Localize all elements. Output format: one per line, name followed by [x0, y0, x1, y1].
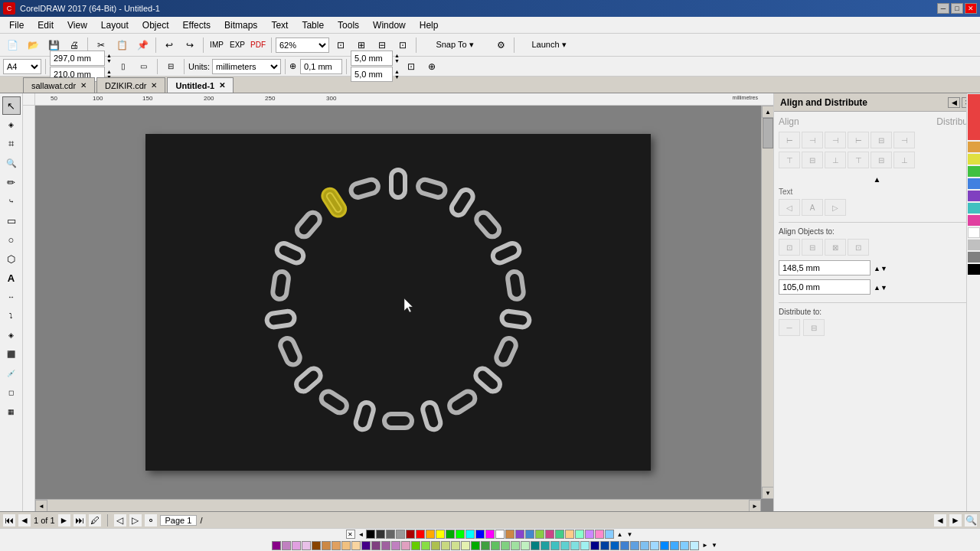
- panel-pin-button[interactable]: ◀: [948, 97, 960, 108]
- palette-scroll-right[interactable]: ►: [701, 541, 710, 550]
- swatch2-8[interactable]: [341, 541, 351, 550]
- connector-tool[interactable]: ⤵: [2, 307, 21, 325]
- width-input[interactable]: 297,0 mm: [50, 51, 105, 66]
- dimension-tool[interactable]: ↔: [2, 288, 21, 306]
- copy-button[interactable]: 📋: [113, 37, 131, 54]
- swatch2-33[interactable]: [590, 541, 599, 550]
- hint-pink[interactable]: [968, 215, 980, 226]
- nudge-input[interactable]: [300, 59, 342, 74]
- nav-btn3[interactable]: ⚬: [145, 514, 157, 527]
- swatch-lime[interactable]: [535, 530, 544, 539]
- swatch-darkred[interactable]: [406, 530, 415, 539]
- swatch2-12[interactable]: [381, 541, 390, 550]
- tab-untitled[interactable]: Untitled-1 ✕: [167, 77, 234, 93]
- tab-dzikir[interactable]: DZIKIR.cdr ✕: [96, 77, 165, 93]
- text-center-btn[interactable]: A: [802, 199, 823, 216]
- section-collapse-icon[interactable]: ▲: [874, 175, 881, 184]
- swatch-darkgray[interactable]: [376, 530, 385, 539]
- swatch-darkgreen[interactable]: [446, 530, 455, 539]
- swatch2-2[interactable]: [282, 541, 291, 550]
- scroll-left-button[interactable]: ◄: [35, 500, 47, 511]
- swatch-cyan[interactable]: [466, 530, 475, 539]
- swatch2-16[interactable]: [421, 541, 430, 550]
- distribute-left-btn[interactable]: ⊢: [848, 132, 869, 148]
- swatch2-6[interactable]: [322, 541, 331, 550]
- align-right-btn[interactable]: ⊣: [825, 132, 846, 148]
- pos-y-input[interactable]: [779, 279, 871, 295]
- nav-right-2[interactable]: ►: [949, 514, 962, 527]
- swatch2-39[interactable]: [650, 541, 659, 550]
- text-right-btn[interactable]: ▷: [825, 199, 846, 216]
- swatch-magenta[interactable]: [485, 530, 495, 539]
- swatch2-11[interactable]: [371, 541, 381, 550]
- bleed-settings[interactable]: ⊟: [162, 58, 180, 75]
- align-center-h-btn[interactable]: ⊣: [802, 132, 823, 148]
- canvas-area[interactable]: 50 100 150 200 250 300 millimetres: [23, 93, 773, 511]
- swatch-yellow[interactable]: [436, 530, 445, 539]
- paper-size-dropdown[interactable]: A4: [3, 59, 41, 74]
- swatch-medgray[interactable]: [396, 530, 405, 539]
- swatch2-9[interactable]: [351, 541, 361, 550]
- swatch2-1[interactable]: [272, 541, 281, 550]
- ao-btn3[interactable]: ⊠: [825, 239, 846, 256]
- tab-sallawat[interactable]: sallawat.cdr ✕: [23, 77, 95, 93]
- no-color-swatch[interactable]: ✕: [346, 530, 355, 539]
- swatch2-3[interactable]: [292, 541, 301, 550]
- close-tab-sallawat[interactable]: ✕: [80, 81, 87, 90]
- menu-text[interactable]: Text: [265, 18, 294, 32]
- swatch-steelblue[interactable]: [525, 530, 534, 539]
- redo-button[interactable]: ↪: [181, 37, 199, 54]
- smart-fill-tool[interactable]: ⬛: [2, 345, 21, 364]
- import-button[interactable]: IMP: [207, 37, 226, 54]
- polygon-tool[interactable]: ⬡: [2, 249, 21, 268]
- zoom-dropdown[interactable]: 62% 100% 50% 75%: [276, 37, 329, 53]
- swatch-skyblue[interactable]: [605, 530, 614, 539]
- swatch2-28[interactable]: [541, 541, 550, 550]
- distribute-center-v-btn[interactable]: ⊟: [871, 152, 892, 168]
- prev-page-btn[interactable]: ◄: [18, 514, 31, 527]
- pdf-button[interactable]: PDF: [249, 37, 267, 54]
- hint-darkgray[interactable]: [968, 252, 980, 262]
- launch-btn[interactable]: Launch ▾: [518, 37, 580, 54]
- grid-y-input[interactable]: [351, 67, 393, 82]
- node-edit-tool[interactable]: ◈: [2, 116, 21, 134]
- swatch2-29[interactable]: [550, 541, 560, 550]
- hint-black[interactable]: [968, 264, 980, 275]
- menu-window[interactable]: Window: [367, 18, 412, 32]
- hint-white[interactable]: [968, 227, 980, 238]
- hint-red[interactable]: [968, 94, 980, 140]
- swatch-green[interactable]: [456, 530, 465, 539]
- drawing-canvas[interactable]: [35, 106, 761, 499]
- ellipse-tool[interactable]: ○: [2, 230, 21, 249]
- hint-gray[interactable]: [968, 240, 980, 250]
- align-center-v-btn[interactable]: ⊟: [802, 152, 823, 168]
- swatch-purple[interactable]: [515, 530, 524, 539]
- nav-btn1[interactable]: ◁: [114, 514, 126, 527]
- portrait-btn[interactable]: ▯: [114, 58, 132, 75]
- swatch2-38[interactable]: [640, 541, 649, 550]
- eraser-tool[interactable]: ◻: [2, 383, 21, 402]
- swatch2-18[interactable]: [441, 541, 450, 550]
- menu-file[interactable]: File: [3, 18, 30, 32]
- swatch2-42[interactable]: [680, 541, 689, 550]
- maximize-button[interactable]: □: [951, 3, 963, 14]
- swatch2-31[interactable]: [570, 541, 580, 550]
- hint-blue[interactable]: [968, 178, 980, 189]
- swatch-mint[interactable]: [555, 530, 564, 539]
- swatch-white[interactable]: [495, 530, 505, 539]
- hint-orange[interactable]: [968, 142, 980, 152]
- swatch2-40[interactable]: [660, 541, 669, 550]
- swatch2-34[interactable]: [600, 541, 609, 550]
- next-page-btn[interactable]: ►: [58, 514, 70, 527]
- swatch2-30[interactable]: [560, 541, 570, 550]
- grid-x-input[interactable]: [351, 51, 393, 66]
- swatch2-5[interactable]: [312, 541, 321, 550]
- menu-view[interactable]: View: [61, 18, 93, 32]
- distribute-top-btn[interactable]: ⊤: [848, 152, 869, 168]
- distribute-bottom-btn[interactable]: ⊥: [893, 152, 915, 168]
- ao-btn1[interactable]: ⊡: [779, 239, 800, 256]
- horizontal-scrollbar[interactable]: ◄ ►: [35, 499, 761, 511]
- crop-tool[interactable]: ⌗: [2, 135, 21, 153]
- dist-btn1[interactable]: ─: [779, 319, 800, 336]
- swatch-lightgreen[interactable]: [575, 530, 584, 539]
